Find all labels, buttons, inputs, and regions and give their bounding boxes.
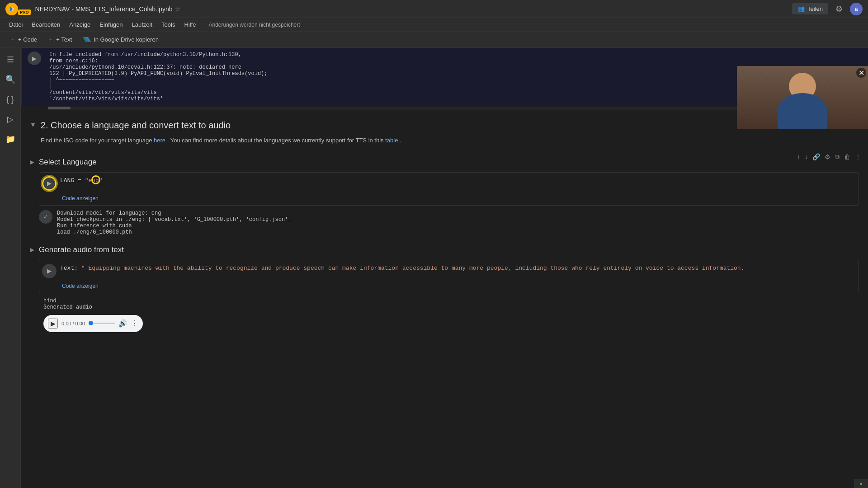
add-text-button[interactable]: ＋ + Text bbox=[43, 34, 76, 46]
compiler-output-line1: In file included from /usr/include/pytho… bbox=[49, 52, 732, 58]
menu-laufzeit[interactable]: Laufzeit bbox=[128, 20, 156, 29]
generate-audio-section: ▶ Generate audio from text ▶ Text: " Equ… bbox=[21, 238, 868, 332]
cell-delete-icon[interactable]: 🗑 bbox=[843, 152, 852, 161]
compiler-output-line3: /usr/include/python3.10/ceval.h:122:37: … bbox=[49, 64, 732, 70]
lang-output: ✓ Download model for language: eng Model… bbox=[21, 207, 868, 238]
section2-expand-icon[interactable]: ▼ bbox=[30, 121, 36, 128]
audio-volume-icon[interactable]: 🔊 bbox=[118, 319, 127, 328]
cell-down-icon[interactable]: ↓ bbox=[803, 152, 809, 161]
here-link[interactable]: here bbox=[154, 137, 165, 144]
lang-code-cell: ▶ LANG = "eng" Code anzeigen bbox=[39, 172, 859, 206]
cell-toolbar-select-lang: ↑ ↓ 🔗 ⚙ ⧉ 🗑 ⋮ bbox=[796, 152, 863, 162]
audio-play-button[interactable]: ▶ bbox=[48, 319, 58, 328]
generate-audio-expand-icon[interactable]: ▶ bbox=[30, 246, 34, 253]
section2-title: 2. Choose a language and convert text to… bbox=[41, 120, 231, 131]
avatar[interactable]: a bbox=[850, 3, 863, 15]
check-icon: ✓ bbox=[44, 213, 47, 221]
compiler-output-line4: 122 | Py_DEPRECATED(3.9) PyAPI_FUNC(void… bbox=[49, 70, 732, 77]
menu-bearbeiten[interactable]: Bearbeiten bbox=[28, 20, 64, 29]
audio-out-line1: hind bbox=[43, 298, 845, 304]
generate-audio-title: Generate audio from text bbox=[39, 245, 124, 254]
menu-bar: Datei Bearbeiten Anzeige Einfügen Laufze… bbox=[0, 18, 868, 32]
audio-time: 0:00 / 0:00 bbox=[61, 321, 85, 326]
top-bar: PRO NERDYNAV - MMS_TTS_Inference_Colab.i… bbox=[0, 0, 868, 18]
sidebar-code-icon[interactable]: { } bbox=[2, 91, 19, 108]
notebook-title: NERDYNAV - MMS_TTS_Inference_Colab.ipynb… bbox=[35, 5, 181, 13]
section2-number: 2. bbox=[41, 120, 48, 130]
lang-output-inner: ✓ Download model for language: eng Model… bbox=[43, 210, 845, 235]
add-code-button[interactable]: ＋ + Code bbox=[5, 34, 42, 46]
run-button-output[interactable]: ▶ bbox=[28, 52, 41, 65]
output-indicator: ✓ bbox=[39, 210, 52, 224]
run-icon: ▶ bbox=[47, 180, 52, 187]
compiler-output-line7: /content/vits/vits/vits/vits/vits bbox=[49, 89, 732, 96]
scroll-thumb bbox=[48, 107, 71, 109]
video-close-icon[interactable]: ✕ bbox=[856, 68, 866, 78]
cell-copy-icon[interactable]: ⧉ bbox=[834, 152, 841, 162]
horizontal-scrollbar[interactable] bbox=[48, 107, 841, 110]
text-label: + Text bbox=[56, 36, 72, 43]
run-lang-button[interactable]: ▶ bbox=[42, 176, 57, 191]
person-body bbox=[778, 93, 827, 129]
lang-output-lines: Download model for language: eng Model c… bbox=[57, 210, 291, 235]
sidebar-menu-icon[interactable]: ☰ bbox=[2, 52, 19, 68]
audio-progress-bar[interactable] bbox=[89, 323, 115, 324]
star-icon[interactable]: ☆ bbox=[175, 5, 181, 13]
cell-up-icon[interactable]: ↑ bbox=[796, 152, 802, 161]
audio-player[interactable]: ▶ 0:00 / 0:00 🔊 ⋮ bbox=[43, 315, 143, 332]
code-label: + Code bbox=[18, 36, 37, 43]
lang-out-line2: Model checkpoints in ./eng: ['vocab.txt'… bbox=[57, 216, 291, 223]
drive-icon bbox=[83, 37, 91, 43]
unsaved-notice: Änderungen werden nicht gespeichert bbox=[208, 22, 300, 28]
section2-title-text: Choose a language and convert text to au… bbox=[51, 120, 231, 130]
sidebar-files-icon[interactable]: 📁 bbox=[2, 131, 19, 147]
settings-icon[interactable]: ⚙ bbox=[835, 4, 843, 14]
menu-hilfe[interactable]: Hilfe bbox=[180, 20, 199, 29]
text-value-code[interactable]: " Equipping machines with the ability to… bbox=[81, 265, 745, 272]
lang-code-value[interactable]: "eng" bbox=[85, 177, 103, 184]
lang-out-line1: Download model for language: eng bbox=[57, 210, 291, 216]
run-text-button[interactable]: ▶ bbox=[42, 264, 57, 278]
share-button[interactable]: 👥 Teilen bbox=[792, 3, 828, 14]
menu-einfuegen[interactable]: Einfügen bbox=[96, 20, 126, 29]
show-code-link-lang[interactable]: Code anzeigen bbox=[39, 193, 859, 205]
table-link[interactable]: table bbox=[385, 137, 398, 144]
section2-desc-end: . bbox=[400, 137, 401, 144]
cell-link-icon[interactable]: 🔗 bbox=[811, 152, 821, 161]
menu-datei[interactable]: Datei bbox=[5, 20, 26, 29]
compiler-output-line5: | ^~~~~~~~~~~~~~~~~~ bbox=[49, 77, 732, 83]
compiler-output-line6: | bbox=[49, 83, 732, 89]
text-label-code: Text: bbox=[60, 265, 78, 272]
plus-text-icon: ＋ bbox=[48, 36, 54, 44]
text-code-text: Text: " Equipping machines with the abil… bbox=[60, 263, 856, 273]
sidebar-run-icon[interactable]: ▷ bbox=[2, 111, 19, 127]
audio-more-icon[interactable]: ⋮ bbox=[131, 319, 138, 328]
show-code-link-audio[interactable]: Code anzeigen bbox=[39, 281, 859, 293]
drive-label: In Google Drive kopieren bbox=[94, 36, 159, 43]
lang-code-label: LANG = bbox=[60, 177, 81, 184]
select-language-section: ↑ ↓ 🔗 ⚙ ⧉ 🗑 ⋮ ▶ Select Language ▶ bbox=[21, 150, 868, 238]
select-language-expand-icon[interactable]: ▶ bbox=[30, 159, 34, 165]
menu-anzeige[interactable]: Anzeige bbox=[66, 20, 94, 29]
audio-output: hind Generated audio bbox=[21, 295, 868, 313]
menu-tools[interactable]: Tools bbox=[158, 20, 179, 29]
section2-desc-middle: . You can find more details about the la… bbox=[167, 137, 384, 144]
select-language-title: Select Language bbox=[39, 158, 97, 167]
cell-settings-icon[interactable]: ⚙ bbox=[823, 152, 832, 161]
cell-more-icon[interactable]: ⋮ bbox=[854, 152, 863, 161]
left-sidebar: ☰ 🔍 { } ▷ 📁 bbox=[0, 48, 21, 488]
status-dot: ● bbox=[859, 481, 863, 486]
content-area[interactable]: ▶ In file included from /usr/include/pyt… bbox=[21, 48, 868, 488]
audio-progress-thumb bbox=[89, 321, 93, 325]
main-layout: ☰ 🔍 { } ▷ 📁 ▶ In file included from /usr… bbox=[0, 48, 868, 488]
compiler-output-line8: '/content/vits/vits/vits/vits/vits' bbox=[49, 96, 732, 102]
text-code-cell: ▶ Text: " Equipping machines with the ab… bbox=[39, 260, 859, 293]
select-language-header: ▶ Select Language bbox=[21, 150, 868, 170]
sidebar-search-icon[interactable]: 🔍 bbox=[2, 71, 19, 88]
share-label: Teilen bbox=[807, 5, 823, 12]
notebook-title-text: NERDYNAV - MMS_TTS_Inference_Colab.ipynb bbox=[35, 5, 173, 13]
lang-code-content: ▶ LANG = "eng" bbox=[39, 173, 859, 193]
lang-out-line4: load ./eng/G_100000.pth bbox=[57, 229, 291, 235]
copy-to-drive-button[interactable]: In Google Drive kopieren bbox=[78, 34, 163, 45]
lang-out-line3: Run inference with cuda bbox=[57, 223, 291, 229]
